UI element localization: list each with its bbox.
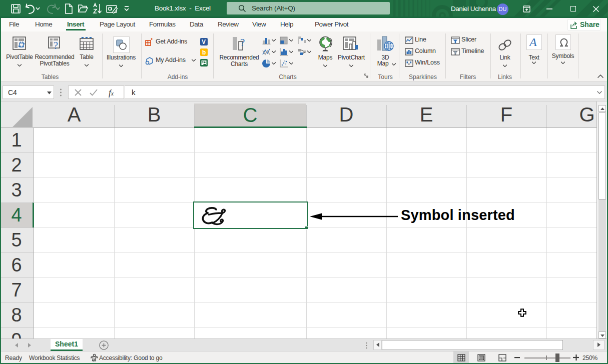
svg-text:A: A <box>529 36 537 48</box>
svg-text:?: ? <box>54 40 58 50</box>
svg-text:b: b <box>202 49 206 56</box>
svg-text:?: ? <box>240 36 245 48</box>
svg-text:V: V <box>202 38 206 46</box>
